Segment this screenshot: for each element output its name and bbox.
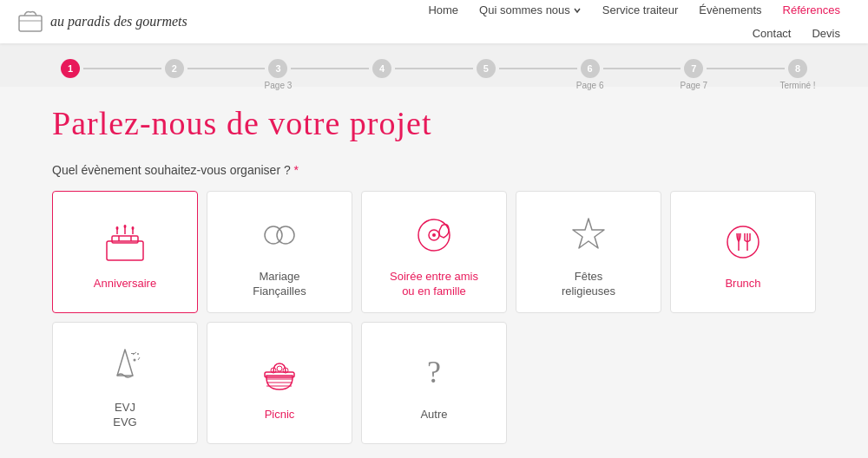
step-circle-4: 4: [372, 59, 391, 78]
event-card-soiree[interactable]: Soirée entre amisou en famille: [361, 191, 507, 313]
party-icon: [99, 340, 151, 392]
event-card-fetes[interactable]: Fêtesreligieuses: [516, 191, 661, 313]
step-4[interactable]: 4: [372, 59, 391, 78]
step-line-5-6: [499, 68, 577, 69]
step-8[interactable]: 8 Terminé !: [788, 59, 807, 78]
nav-evenements[interactable]: Évènements: [688, 0, 772, 22]
svg-rect-27: [265, 372, 294, 377]
nav-references[interactable]: Références: [773, 0, 851, 22]
step-line-6-7: [603, 68, 681, 69]
step-line-1-2: [83, 68, 161, 69]
step-circle-6: 6: [581, 59, 600, 78]
step-circle-5: 5: [477, 59, 496, 78]
step-circle-1: 1: [61, 59, 80, 78]
step-circle-7: 7: [684, 59, 703, 78]
step-line-7-8: [707, 68, 785, 69]
svg-text:?: ?: [427, 355, 441, 389]
step-circle-2: 2: [165, 59, 184, 78]
autre-label: Autre: [420, 408, 447, 422]
step-6[interactable]: 6 Page 6: [581, 59, 600, 78]
step-label-3: Page 3: [265, 81, 293, 90]
logo-text: au paradis des gourmets: [50, 14, 187, 29]
svg-rect-2: [107, 241, 143, 260]
header: au paradis des gourmets Home Qui sommes …: [0, 0, 868, 43]
step-label-6: Page 6: [576, 81, 604, 90]
step-line-2-3: [187, 68, 266, 69]
rings-icon: [253, 209, 306, 261]
nav-row-1: Home Qui sommes nous Service traiteur Év…: [418, 0, 851, 22]
event-card-picnic[interactable]: Picnic: [207, 322, 352, 444]
logo-icon: [17, 9, 43, 35]
step-circle-8: 8: [788, 59, 807, 78]
svg-point-11: [132, 226, 135, 230]
svg-point-18: [727, 226, 759, 258]
step-line-4-5: [395, 68, 473, 69]
svg-rect-3: [112, 236, 138, 243]
navigation: Home Qui sommes nous Service traiteur Év…: [418, 0, 851, 45]
step-1[interactable]: 1: [61, 59, 80, 78]
nav-row-2: Contact Devis: [742, 22, 851, 45]
fork-knife-icon: [717, 216, 769, 268]
step-circle-3: 3: [268, 59, 287, 78]
mariage-label: MariageFiançailles: [253, 270, 306, 299]
nav-contact[interactable]: Contact: [742, 22, 802, 45]
svg-marker-21: [117, 350, 133, 376]
question-icon: ?: [408, 347, 460, 399]
svg-point-10: [124, 225, 127, 228]
step-label-8: Terminé !: [779, 81, 815, 90]
basket-icon: [253, 347, 306, 399]
event-card-brunch[interactable]: Brunch: [670, 191, 816, 313]
event-card-autre[interactable]: ? Autre: [361, 322, 507, 444]
logo: au paradis des gourmets: [17, 9, 187, 35]
nav-home[interactable]: Home: [418, 0, 469, 22]
svg-point-32: [277, 366, 282, 371]
step-5[interactable]: 5: [477, 59, 496, 78]
svg-rect-0: [19, 16, 42, 31]
event-card-evj[interactable]: EVJEVG: [52, 322, 198, 444]
step-7[interactable]: 7 Page 7: [684, 59, 703, 78]
fetes-label: Fêtesreligieuses: [562, 270, 615, 299]
brunch-label: Brunch: [725, 277, 760, 291]
step-label-7: Page 7: [680, 81, 707, 90]
page-title: Parlez-nous de votre projet: [52, 104, 816, 142]
svg-point-26: [137, 353, 139, 355]
step-container: 1 2 3 Page 3 4 5 6 Page 6 7 Page 7: [61, 59, 807, 78]
nav-devis[interactable]: Devis: [801, 22, 851, 45]
svg-point-13: [277, 226, 294, 244]
step-3[interactable]: 3 Page 3: [268, 59, 287, 78]
main-content: Parlez-nous de votre projet Quel évèneme…: [0, 87, 868, 458]
evj-label: EVJEVG: [113, 401, 136, 430]
step-line-3-4: [291, 68, 369, 69]
svg-point-25: [134, 358, 136, 361]
svg-line-24: [138, 357, 140, 360]
svg-marker-17: [573, 219, 604, 248]
question-label: Quel évènement souhaitez-vous organiser …: [52, 163, 816, 177]
anniversaire-label: Anniversaire: [94, 277, 156, 291]
event-grid-row2: EVJEVG: [52, 322, 816, 444]
event-grid-row1: Anniversaire MariageFiançailles: [52, 191, 816, 313]
nav-service-traiteur[interactable]: Service traiteur: [592, 0, 688, 22]
vinyl-icon: [408, 209, 460, 261]
chevron-down-icon: [573, 6, 582, 15]
soiree-label: Soirée entre amisou en famille: [390, 270, 478, 299]
picnic-label: Picnic: [265, 408, 295, 422]
event-card-mariage[interactable]: MariageFiançailles: [207, 191, 352, 313]
star-icon: [562, 209, 615, 261]
event-card-anniversaire[interactable]: Anniversaire: [52, 191, 198, 313]
progress-bar: 1 2 3 Page 3 4 5 6 Page 6 7 Page 7: [0, 43, 868, 87]
svg-point-16: [432, 233, 436, 237]
svg-point-9: [116, 226, 119, 230]
step-2[interactable]: 2: [165, 59, 184, 78]
nav-qui-sommes-nous[interactable]: Qui sommes nous: [469, 0, 592, 22]
cake-icon: [99, 216, 151, 268]
